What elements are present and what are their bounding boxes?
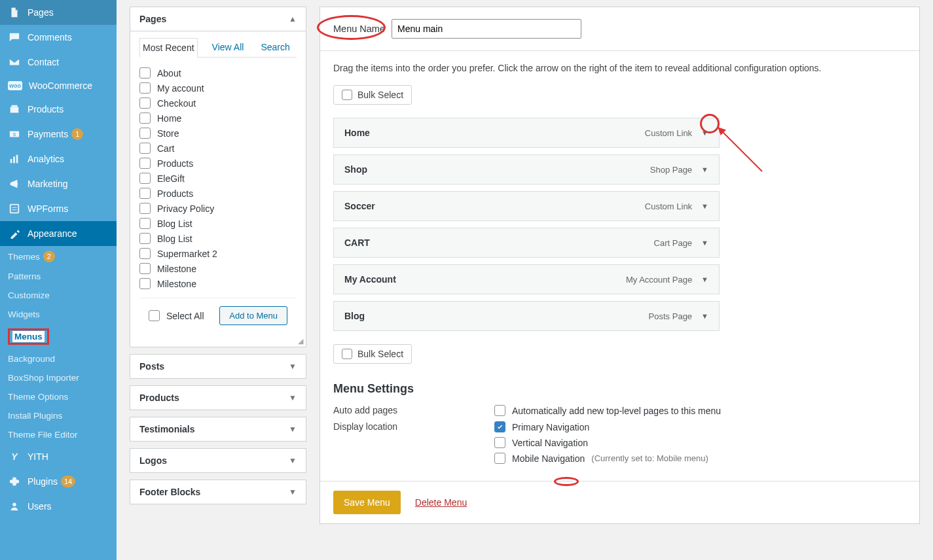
chevron-down-icon[interactable]: ▼ — [701, 275, 708, 283]
chevron-down-icon[interactable]: ▼ — [701, 202, 708, 210]
sidebar-sub-themeoptions[interactable]: Theme Options — [0, 387, 117, 406]
page-checkbox[interactable] — [139, 248, 151, 259]
page-check-item[interactable]: Store — [139, 126, 297, 141]
sidebar-item-contact[interactable]: Contact — [0, 50, 117, 75]
bulk-select-bottom[interactable]: Bulk Select — [333, 344, 412, 364]
badge: 14 — [61, 476, 75, 487]
menu-item[interactable]: My AccountMy Account Page▼ — [333, 264, 720, 294]
page-checkbox[interactable] — [139, 263, 151, 274]
select-all-checkbox[interactable] — [149, 310, 160, 321]
sidebar-item-woocommerce[interactable]: woo WooCommerce — [0, 75, 117, 97]
sidebar-sub-boxshop[interactable]: BoxShop Importer — [0, 368, 117, 387]
page-checkbox[interactable] — [139, 158, 151, 169]
location-checkbox[interactable] — [494, 421, 505, 432]
page-check-item[interactable]: Privacy Policy — [139, 201, 297, 216]
sidebar-item-yith[interactable]: Y YITH — [0, 444, 117, 469]
chevron-down-icon[interactable]: ▼ — [701, 239, 708, 247]
page-checkbox[interactable] — [139, 233, 151, 244]
select-all[interactable]: Select All — [149, 308, 204, 323]
menu-item[interactable]: HomeCustom Link▼ — [333, 118, 720, 148]
sidebar-sub-background[interactable]: Background — [0, 349, 117, 368]
metabox-title: Testimonials — [139, 424, 195, 434]
tab-most-recent[interactable]: Most Recent — [139, 38, 198, 58]
page-check-item[interactable]: About — [139, 65, 297, 80]
sidebar-item-marketing[interactable]: Marketing — [0, 171, 117, 196]
page-checkbox[interactable] — [139, 82, 151, 94]
metabox-header[interactable]: Posts▼ — [130, 355, 306, 378]
delete-menu-link[interactable]: Delete Menu — [415, 497, 467, 508]
display-location-check[interactable]: Vertical Navigation — [494, 437, 708, 448]
metabox-collapsed: Posts▼ — [130, 354, 306, 379]
page-checkbox[interactable] — [139, 113, 151, 124]
display-location-check[interactable]: Primary Navigation — [494, 421, 708, 432]
page-check-item[interactable]: Blog List — [139, 231, 297, 246]
bulk-select-top[interactable]: Bulk Select — [333, 85, 412, 105]
sidebar-sub-themefileeditor[interactable]: Theme File Editor — [0, 425, 117, 444]
sidebar-item-analytics[interactable]: Analytics — [0, 147, 117, 171]
page-check-item[interactable]: Checkout — [139, 96, 297, 111]
sidebar-sub-installplugins[interactable]: Install Plugins — [0, 406, 117, 425]
page-check-item[interactable]: Supermarket 2 — [139, 246, 297, 261]
sidebar-sub-themes[interactable]: Themes 2 — [0, 246, 117, 267]
page-check-item[interactable]: Milestone — [139, 276, 297, 291]
add-to-menu-button[interactable]: Add to Menu — [219, 306, 287, 325]
resize-handle[interactable]: ◢ — [130, 337, 306, 347]
page-check-item[interactable]: Products — [139, 156, 297, 171]
location-checkbox[interactable] — [494, 437, 505, 448]
menu-item[interactable]: CARTCart Page▼ — [333, 228, 720, 258]
auto-add-checkbox[interactable] — [494, 405, 505, 416]
page-checkbox[interactable] — [139, 128, 151, 139]
page-label: Blog List — [157, 219, 192, 229]
page-check-item[interactable]: Milestone — [139, 261, 297, 276]
chevron-down-icon[interactable]: ▼ — [701, 312, 708, 320]
menu-item[interactable]: BlogPosts Page▼ — [333, 301, 720, 331]
sidebar-item-users[interactable]: Users — [0, 494, 117, 519]
bulk-select-checkbox[interactable] — [342, 349, 352, 359]
auto-add-check[interactable]: Automatically add new top-level pages to… — [494, 405, 721, 416]
page-label: About — [157, 68, 181, 79]
page-check-item[interactable]: EleGift — [139, 171, 297, 186]
tab-search[interactable]: Search — [258, 38, 292, 57]
menu-item[interactable]: SoccerCustom Link▼ — [333, 191, 720, 221]
save-menu-button[interactable]: Save Menu — [333, 491, 401, 514]
pages-header[interactable]: Pages ▲ — [130, 7, 306, 31]
page-checkbox[interactable] — [139, 218, 151, 229]
sidebar-item-plugins[interactable]: Plugins 14 — [0, 469, 117, 494]
sidebar-item-payments[interactable]: $ Payments 1 — [0, 122, 117, 147]
location-checkbox[interactable] — [494, 453, 505, 464]
sidebar-item-pages[interactable]: Pages — [0, 0, 117, 25]
metabox-header[interactable]: Testimonials▼ — [130, 417, 306, 441]
page-checkbox[interactable] — [139, 203, 151, 214]
sidebar-item-comments[interactable]: Comments — [0, 25, 117, 50]
bulk-select-checkbox[interactable] — [342, 90, 352, 100]
chevron-down-icon[interactable]: ▼ — [701, 129, 708, 137]
page-check-item[interactable]: Home — [139, 111, 297, 126]
sidebar-sub-widgets[interactable]: Widgets — [0, 305, 117, 324]
page-checkbox[interactable] — [139, 143, 151, 154]
page-checkbox[interactable] — [139, 278, 151, 289]
location-note: (Currently set to: Mobile menu) — [591, 453, 708, 463]
sidebar-sub-patterns[interactable]: Patterns — [0, 267, 117, 286]
page-checkbox[interactable] — [139, 173, 151, 184]
menu-name-input[interactable] — [392, 19, 581, 39]
page-check-item[interactable]: Products — [139, 186, 297, 201]
page-checkbox[interactable] — [139, 67, 151, 79]
chevron-down-icon[interactable]: ▼ — [701, 166, 708, 173]
tab-view-all[interactable]: View All — [210, 38, 247, 57]
metabox-header[interactable]: Products▼ — [130, 386, 306, 410]
sidebar-item-wpforms[interactable]: WPForms — [0, 196, 117, 221]
page-check-item[interactable]: My account — [139, 80, 297, 96]
metabox-header[interactable]: Logos▼ — [130, 449, 306, 472]
sidebar-item-appearance[interactable]: Appearance — [0, 221, 117, 246]
menu-item[interactable]: ShopShop Page▼ — [333, 154, 720, 184]
metabox-header[interactable]: Footer Blocks▼ — [130, 480, 306, 504]
metabox-title: Posts — [139, 361, 164, 372]
page-checkbox[interactable] — [139, 188, 151, 199]
page-check-item[interactable]: Cart — [139, 141, 297, 156]
display-location-check[interactable]: Mobile Navigation(Currently set to: Mobi… — [494, 453, 708, 464]
sidebar-sub-customize[interactable]: Customize — [0, 286, 117, 305]
page-checkbox[interactable] — [139, 97, 151, 109]
page-check-item[interactable]: Blog List — [139, 216, 297, 231]
sidebar-sub-menus[interactable]: Menus — [0, 324, 117, 349]
sidebar-item-products[interactable]: Products — [0, 97, 117, 122]
